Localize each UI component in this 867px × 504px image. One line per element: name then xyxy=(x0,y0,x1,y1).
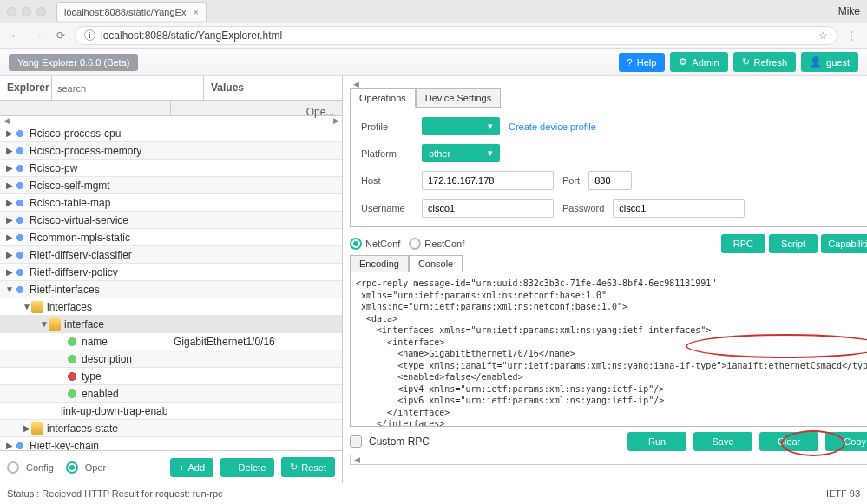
close-window[interactable] xyxy=(7,7,16,16)
tree-row[interactable]: ▶Rcisco-process-cpu xyxy=(0,125,342,142)
reload-button[interactable]: ⟳ xyxy=(52,27,69,44)
profile-select[interactable]: ▾ xyxy=(422,117,500,135)
tree-row[interactable]: ▶Rietf-key-chain xyxy=(0,437,342,450)
tree-row[interactable]: link-up-down-trap-enable xyxy=(0,403,342,420)
tab-title: localhost:8088/static/YangEx xyxy=(64,7,186,17)
password-label: Password xyxy=(562,203,604,213)
create-profile-link[interactable]: Create device profile xyxy=(509,121,596,132)
tree-row[interactable]: ▼Rietf-interfaces xyxy=(0,281,342,298)
run-button[interactable]: Run xyxy=(627,432,686,451)
caret-icon[interactable]: ▶ xyxy=(5,128,14,138)
node-label: Rcisco-process-cpu xyxy=(30,128,121,140)
tree-row[interactable]: ▶Rcisco-table-map xyxy=(0,194,342,212)
tab-device-settings[interactable]: Device Settings xyxy=(416,88,501,108)
clear-button[interactable]: Clear xyxy=(759,432,818,451)
save-button[interactable]: Save xyxy=(693,432,752,451)
explorer-panel: Explorer Values Ope... ◀▶ ▶Rcisco-proces… xyxy=(0,76,343,483)
help-button[interactable]: ?Help xyxy=(619,53,666,72)
scroll-left-icon[interactable]: ◀ xyxy=(0,116,12,125)
caret-icon[interactable]: ▶ xyxy=(5,232,14,242)
refresh-button[interactable]: ↻Refresh xyxy=(733,52,797,72)
caret-icon[interactable]: ▶ xyxy=(5,267,14,277)
node-label: Rietf-interfaces xyxy=(30,284,100,296)
scroll-left-icon[interactable]: ◀ xyxy=(351,455,363,464)
username-input[interactable] xyxy=(422,199,554,218)
tab-encoding[interactable]: Encoding xyxy=(350,255,409,272)
caret-icon[interactable]: ▼ xyxy=(40,319,49,329)
rpc-button[interactable]: RPC xyxy=(721,234,765,253)
user-icon: 👤 xyxy=(810,56,822,68)
tree-row[interactable]: description xyxy=(0,350,342,368)
values-heading: Values xyxy=(203,76,342,100)
caret-icon[interactable]: ▶ xyxy=(5,146,14,155)
reset-icon: ↻ xyxy=(290,461,298,473)
host-input[interactable] xyxy=(422,171,554,190)
tree-row[interactable]: ▶Rcisco-virtual-service xyxy=(0,212,342,229)
tree-row[interactable]: ▶Rcisco-pw xyxy=(0,160,342,177)
console-output[interactable]: <rpc-reply message-id="urn:uuid:832c3b3c… xyxy=(350,272,867,427)
folder-icon xyxy=(31,422,43,435)
scroll-left-icon[interactable]: ◀ xyxy=(350,80,362,88)
node-label: type xyxy=(82,370,102,383)
module-icon xyxy=(14,232,26,244)
tree-row[interactable]: ▶Rcommon-mpls-static xyxy=(0,229,342,246)
tab-console[interactable]: Console xyxy=(409,255,463,272)
tree-row[interactable]: ▶Rietf-diffserv-policy xyxy=(0,264,342,281)
admin-button[interactable]: ⚙Admin xyxy=(670,52,727,72)
tree-row[interactable]: ▶Rcisco-self-mgmt xyxy=(0,177,342,194)
script-button[interactable]: Script xyxy=(769,234,818,253)
custom-rpc-checkbox[interactable] xyxy=(350,435,362,448)
caret-icon[interactable]: ▶ xyxy=(5,250,14,259)
config-radio[interactable] xyxy=(7,461,19,474)
platform-select[interactable]: other▾ xyxy=(422,144,500,162)
oper-radio[interactable] xyxy=(66,461,78,474)
forward-button[interactable]: → xyxy=(30,27,47,44)
back-button[interactable]: ← xyxy=(7,27,24,44)
tree-row[interactable]: ▶interfaces-state xyxy=(0,420,342,437)
minimize-window[interactable] xyxy=(22,7,31,16)
password-input[interactable] xyxy=(613,199,745,218)
tree-row[interactable]: nameGigabitEthernet1/0/16 xyxy=(0,333,342,350)
tree-row[interactable]: ▶Rcisco-process-memory xyxy=(0,142,342,160)
caret-icon[interactable]: ▶ xyxy=(5,163,14,173)
reset-button[interactable]: ↻Reset xyxy=(281,457,335,477)
browser-tab[interactable]: localhost:8088/static/YangEx × xyxy=(56,2,207,21)
tree-row[interactable]: ▼interface xyxy=(0,316,342,333)
caret-icon[interactable]: ▶ xyxy=(5,215,14,225)
node-value[interactable]: GigabitEthernet1/0/16 xyxy=(168,336,342,348)
caret-icon[interactable]: ▶ xyxy=(23,423,31,433)
add-button[interactable]: +Add xyxy=(170,458,213,477)
netconf-radio[interactable] xyxy=(350,238,362,250)
node-label: Rietf-key-chain xyxy=(30,440,99,451)
close-tab-icon[interactable]: × xyxy=(193,7,198,17)
bookmark-star-icon[interactable]: ☆ xyxy=(818,29,828,42)
tab-operations[interactable]: Operations xyxy=(350,88,416,108)
model-tree[interactable]: ▶Rcisco-process-cpu▶Rcisco-process-memor… xyxy=(0,125,342,450)
tree-row[interactable]: ▶Rietf-diffserv-classifier xyxy=(0,246,342,264)
site-info-icon[interactable]: i xyxy=(84,29,95,41)
capabilities-button[interactable]: Capabilities xyxy=(821,234,867,253)
tree-row[interactable]: enabled xyxy=(0,385,342,403)
delete-button[interactable]: −Delete xyxy=(220,458,274,477)
explorer-search-input[interactable] xyxy=(52,76,203,100)
guest-button[interactable]: 👤guest xyxy=(801,52,858,72)
url-input[interactable]: i localhost:8088/static/YangExplorer.htm… xyxy=(75,26,837,45)
browser-menu-icon[interactable]: ⋮ xyxy=(843,27,860,44)
chevron-down-icon: ▾ xyxy=(488,147,493,159)
browser-profile[interactable]: Mike xyxy=(838,5,860,17)
refresh-icon: ↻ xyxy=(742,56,750,68)
caret-icon[interactable]: ▶ xyxy=(5,180,14,190)
scroll-right-icon[interactable]: ▶ xyxy=(330,116,342,125)
caret-icon[interactable]: ▶ xyxy=(5,198,14,207)
port-input[interactable] xyxy=(588,171,632,190)
caret-icon[interactable]: ▶ xyxy=(5,441,14,450)
netconf-label: NetConf xyxy=(365,239,400,249)
caret-icon[interactable]: ▼ xyxy=(5,285,14,294)
tree-row[interactable]: type xyxy=(0,368,342,385)
restconf-radio[interactable] xyxy=(409,238,421,250)
caret-icon[interactable]: ▼ xyxy=(23,302,31,311)
maximize-window[interactable] xyxy=(36,7,46,16)
node-label: Rietf-diffserv-classifier xyxy=(30,249,132,261)
copy-button[interactable]: Copy xyxy=(825,432,867,451)
tree-row[interactable]: ▼interfaces xyxy=(0,298,342,316)
